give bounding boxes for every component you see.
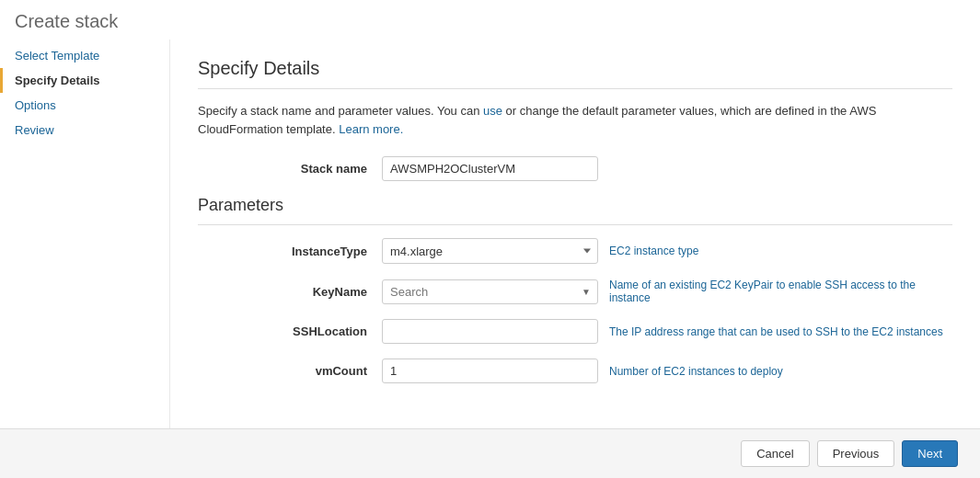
instance-type-select[interactable]: t2.micro t2.small t2.medium m4.large m4.…: [382, 238, 598, 264]
key-name-label: KeyName: [198, 285, 382, 299]
key-name-hint: Name of an existing EC2 KeyPair to enabl…: [609, 279, 952, 304]
use-link[interactable]: use: [483, 104, 502, 118]
footer: Cancel Previous Next: [0, 428, 980, 478]
main-content: Specify Details Specify a stack name and…: [170, 40, 980, 428]
ssh-location-row: SSHLocation The IP address range that ca…: [198, 319, 952, 344]
sidebar-item-specify-details[interactable]: Specify Details: [0, 68, 169, 93]
ssh-location-control: [382, 319, 598, 344]
instance-type-control: t2.micro t2.small t2.medium m4.large m4.…: [382, 238, 598, 264]
vm-count-row: vmCount Number of EC2 instances to deplo…: [198, 358, 952, 383]
page-wrapper: Create stack Select Template Specify Det…: [0, 0, 980, 478]
page-title: Create stack: [0, 0, 980, 40]
vm-count-hint: Number of EC2 instances to deploy: [609, 365, 783, 378]
next-button[interactable]: Next: [902, 440, 958, 467]
sidebar-item-select-template[interactable]: Select Template: [0, 43, 169, 68]
description-text: Specify a stack name and parameter value…: [198, 102, 952, 138]
key-name-search-wrapper: [382, 279, 598, 304]
vm-count-input[interactable]: [382, 358, 598, 383]
sidebar: Select Template Specify Details Options …: [0, 40, 170, 428]
main-layout: Select Template Specify Details Options …: [0, 40, 980, 428]
stack-name-row: Stack name: [198, 156, 952, 181]
instance-type-row: InstanceType t2.micro t2.small t2.medium…: [198, 238, 952, 264]
ssh-location-hint: The IP address range that can be used to…: [609, 325, 943, 338]
key-name-control: [382, 279, 598, 304]
learn-more-link[interactable]: Learn more.: [339, 122, 403, 136]
section-title: Specify Details: [198, 58, 952, 79]
instance-type-label: InstanceType: [198, 245, 382, 258]
stack-name-label: Stack name: [198, 162, 382, 176]
key-name-row: KeyName Name of an existing EC2 KeyPair …: [198, 279, 952, 304]
ssh-location-input[interactable]: [382, 319, 598, 344]
stack-name-input[interactable]: [382, 156, 598, 181]
sidebar-item-review[interactable]: Review: [0, 118, 169, 142]
description-main: Specify a stack name and parameter value…: [198, 104, 876, 136]
cancel-button[interactable]: Cancel: [741, 440, 809, 467]
parameters-title: Parameters: [198, 196, 952, 215]
stack-name-control: [382, 156, 598, 181]
section-divider: [198, 88, 952, 89]
instance-type-hint: EC2 instance type: [609, 245, 698, 257]
vm-count-label: vmCount: [198, 364, 382, 378]
vm-count-control: [382, 358, 598, 383]
parameters-divider: [198, 224, 952, 225]
key-name-input[interactable]: [382, 279, 598, 304]
previous-button[interactable]: Previous: [817, 440, 895, 467]
ssh-location-label: SSHLocation: [198, 324, 382, 338]
sidebar-item-options[interactable]: Options: [0, 93, 169, 118]
instance-type-select-wrapper: t2.micro t2.small t2.medium m4.large m4.…: [382, 238, 598, 264]
